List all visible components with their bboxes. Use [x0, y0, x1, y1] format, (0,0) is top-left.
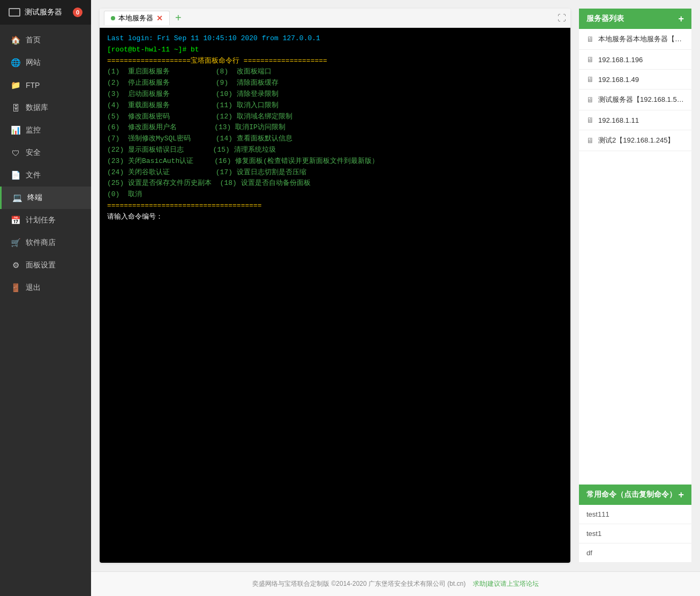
server-name: 测试服务器【192.168.1.53】	[598, 95, 684, 105]
sidebar-item-website[interactable]: 🌐网站	[0, 51, 91, 74]
cmd-list-item[interactable]: test1	[579, 524, 691, 543]
server-icon: 🖥	[586, 35, 594, 43]
website-icon: 🌐	[11, 58, 20, 68]
cmd-list: test111test1df	[579, 505, 691, 563]
cmds-title: 常用命令（点击复制命令）	[586, 490, 676, 500]
server-icon: 🖥	[586, 116, 594, 124]
terminal-icon: 💻	[12, 193, 22, 203]
cron-icon: 📅	[11, 215, 20, 225]
monitor-icon: 📊	[11, 125, 20, 135]
terminal-line: (22) 显示面板错误日志 (15) 清理系统垃圾	[107, 145, 563, 156]
sidebar-label-terminal: 终端	[27, 193, 42, 203]
cmd-list-item[interactable]: df	[579, 543, 691, 563]
footer: 奕盛网络与宝塔联合定制版 ©2014-2020 广东堡塔安全技术有限公司 (bt…	[91, 571, 700, 596]
logout-icon: 🚪	[11, 283, 20, 293]
server-list: 🖥本地服务器本地服务器【127.0.0....🖥192.168.1.196🖥19…	[579, 29, 691, 151]
terminal-tab-label: 本地服务器	[118, 13, 153, 23]
terminal-line: (1) 重启面板服务 (8) 改面板端口	[107, 66, 563, 78]
sidebar-logo: 测试服务器	[9, 8, 62, 17]
terminal-tabs: 本地服务器 ✕ + ⛶	[100, 9, 570, 28]
sidebar-item-monitor[interactable]: 📊监控	[0, 119, 91, 141]
sidebar-label-cron: 计划任务	[26, 215, 56, 225]
server-list-item[interactable]: 🖥测试服务器【192.168.1.53】	[579, 90, 691, 110]
server-list-header: 服务器列表 +	[579, 9, 691, 29]
sidebar-label-website: 网站	[26, 58, 41, 68]
server-icon: 🖥	[586, 136, 594, 145]
sidebar-label-home: 首页	[26, 35, 41, 45]
sidebar-label-database: 数据库	[26, 103, 48, 113]
footer-link[interactable]: 求助|建议请上宝塔论坛	[473, 580, 539, 587]
server-list-item[interactable]: 🖥本地服务器本地服务器【127.0.0....	[579, 29, 691, 50]
server-list-item[interactable]: 🖥192.168.1.196	[579, 50, 691, 70]
sidebar: 测试服务器 0 🏠首页🌐网站📁FTP🗄数据库📊监控🛡安全📄文件💻终端📅计划任务🛒…	[0, 0, 91, 596]
sidebar-item-database[interactable]: 🗄数据库	[0, 96, 91, 119]
sidebar-item-ftp[interactable]: 📁FTP	[0, 74, 91, 96]
terminal-line: (7) 强制修改MySQL密码 (14) 查看面板默认信息	[107, 133, 563, 145]
server-icon: 🖥	[586, 75, 594, 84]
terminal-body[interactable]: Last login: Fri Sep 11 10:45:10 2020 fro…	[100, 28, 570, 563]
terminal-wrapper: 本地服务器 ✕ + ⛶ Last login: Fri Sep 11 10:45…	[91, 0, 700, 571]
shop-icon: 🛒	[11, 238, 20, 248]
server-name: 测试2【192.168.1.245】	[598, 136, 684, 145]
home-icon: 🏠	[11, 35, 20, 45]
panel-settings-icon: ⚙	[11, 260, 20, 270]
server-list-item[interactable]: 🖥测试2【192.168.1.245】	[579, 130, 691, 151]
sidebar-item-panel-settings[interactable]: ⚙面板设置	[0, 254, 91, 277]
sidebar-item-shop[interactable]: 🛒软件商店	[0, 232, 91, 254]
sidebar-header: 测试服务器 0	[0, 0, 91, 25]
terminal-line: =====================================	[107, 200, 563, 212]
terminal-panel: 本地服务器 ✕ + ⛶ Last login: Fri Sep 11 10:45…	[100, 9, 570, 563]
terminal-line: (2) 停止面板服务 (9) 清除面板缓存	[107, 78, 563, 89]
sidebar-item-terminal[interactable]: 💻终端	[0, 187, 91, 209]
terminal-line: (24) 关闭谷歌认证 (17) 设置日志切割是否压缩	[107, 167, 563, 178]
tab-close-button[interactable]: ✕	[156, 14, 163, 23]
server-list-title: 服务器列表	[586, 14, 624, 24]
sidebar-item-security[interactable]: 🛡安全	[0, 141, 91, 164]
sidebar-label-ftp: FTP	[26, 81, 40, 90]
expand-icon[interactable]: ⛶	[558, 13, 566, 23]
terminal-line: (0) 取消	[107, 189, 563, 200]
terminal-line: ====================宝塔面板命令行 ============…	[107, 56, 563, 67]
server-icon: 🖥	[586, 95, 594, 104]
terminal-tab-local[interactable]: 本地服务器 ✕	[104, 11, 170, 25]
cmds-header: 常用命令（点击复制命令） +	[579, 485, 691, 505]
server-name: 192.168.1.196	[598, 56, 684, 64]
cmd-list-item[interactable]: test111	[579, 505, 691, 524]
server-list-item[interactable]: 🖥192.168.1.11	[579, 110, 691, 130]
sidebar-item-cron[interactable]: 📅计划任务	[0, 209, 91, 232]
server-name: 192.168.1.11	[598, 116, 684, 124]
sidebar-label-monitor: 监控	[26, 125, 41, 135]
server-name: 192.168.1.49	[598, 76, 684, 84]
files-icon: 📄	[11, 170, 20, 180]
add-tab-button[interactable]: +	[172, 12, 185, 24]
right-spacer	[579, 151, 691, 485]
server-list-item[interactable]: 🖥192.168.1.49	[579, 70, 691, 90]
add-cmd-button[interactable]: +	[678, 490, 684, 500]
terminal-line: (6) 修改面板用户名 (13) 取消IP访问限制	[107, 122, 563, 133]
notification-badge[interactable]: 0	[73, 8, 82, 17]
sidebar-label-files: 文件	[26, 170, 41, 180]
sidebar-item-logout[interactable]: 🚪退出	[0, 277, 91, 299]
add-server-button[interactable]: +	[678, 14, 684, 24]
common-cmds-panel: 常用命令（点击复制命令） + test111test1df	[579, 485, 691, 563]
sidebar-label-shop: 软件商店	[26, 238, 56, 248]
sidebar-label-panel-settings: 面板设置	[26, 260, 56, 270]
terminal-line: (4) 重载面板服务 (11) 取消入口限制	[107, 100, 563, 111]
sidebar-item-files[interactable]: 📄文件	[0, 164, 91, 187]
monitor-icon	[9, 8, 20, 17]
database-icon: 🗄	[11, 103, 20, 113]
ftp-icon: 📁	[11, 80, 20, 90]
terminal-line: [root@bt-hwl-11 ~]# bt	[107, 44, 563, 56]
sidebar-logo-text: 测试服务器	[25, 8, 62, 17]
terminal-line: (5) 修改面板密码 (12) 取消域名绑定限制	[107, 111, 563, 123]
server-icon: 🖥	[586, 55, 594, 64]
terminal-line: 请输入命令编号：	[107, 212, 563, 223]
sidebar-label-logout: 退出	[26, 283, 41, 293]
sidebar-item-home[interactable]: 🏠首页	[0, 29, 91, 51]
right-sidebar: 服务器列表 + 🖥本地服务器本地服务器【127.0.0....🖥192.168.…	[579, 9, 691, 563]
sidebar-label-security: 安全	[26, 148, 41, 158]
server-list-panel: 服务器列表 + 🖥本地服务器本地服务器【127.0.0....🖥192.168.…	[579, 9, 691, 151]
main-content: 本地服务器 ✕ + ⛶ Last login: Fri Sep 11 10:45…	[91, 0, 700, 596]
security-icon: 🛡	[11, 148, 20, 158]
server-name: 本地服务器本地服务器【127.0.0....	[598, 34, 684, 44]
